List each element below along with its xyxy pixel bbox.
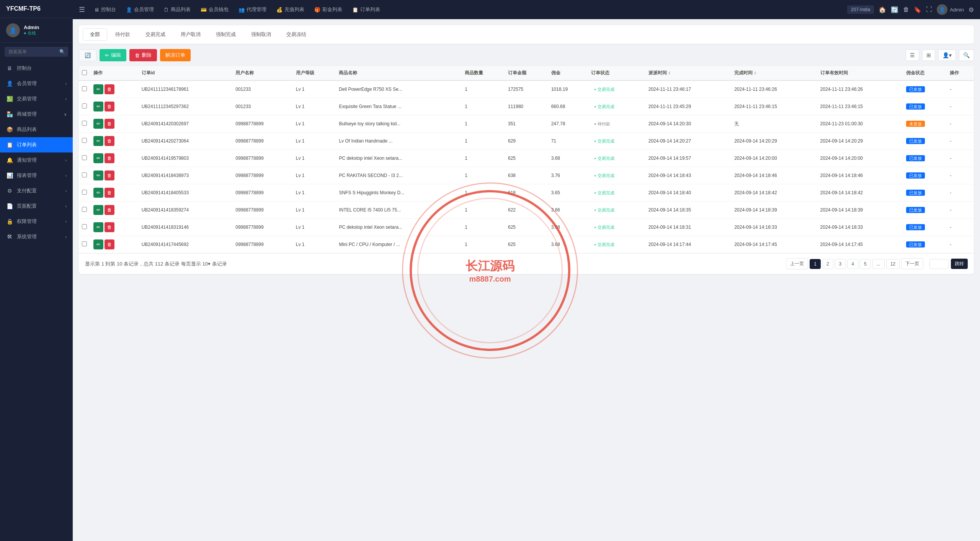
grid-view-button[interactable]: ⊞ [922,49,935,61]
hamburger-icon[interactable]: ☰ [79,5,85,14]
sidebar-item-products[interactable]: 📦商品列表 [0,122,73,137]
settings-icon[interactable]: ⚙ [969,6,974,13]
product-cell: SNFS S Hipuggints Monkey D... [336,184,462,202]
row-edit-button[interactable]: ✏ [93,102,103,111]
commission-status-badge: 已发放 [906,138,925,144]
row-checkbox[interactable] [82,121,87,126]
row-edit-button[interactable]: ✏ [93,153,103,163]
row-delete-button[interactable]: 🗑 [105,84,114,94]
row-edit-button[interactable]: ✏ [93,170,103,180]
row-checkbox[interactable] [82,172,87,177]
topbar-nav-bonus[interactable]: 🎁彩金列表 [310,4,347,15]
row-checkbox[interactable] [82,103,87,108]
row-delete-button[interactable]: 🗑 [105,222,114,232]
user-name: Admin [24,25,39,30]
search-input[interactable] [5,47,68,57]
tab-all[interactable]: 全部 [83,28,107,41]
row-checkbox[interactable] [82,241,87,246]
row-edit-button[interactable]: ✏ [93,222,103,232]
row-checkbox[interactable] [82,86,87,91]
sidebar-item-notifications[interactable]: 🔔通知管理 › [0,152,73,168]
next-page-button[interactable]: 下一页 [901,258,923,269]
row-edit-button[interactable]: ✏ [93,84,103,94]
sidebar-item-reports[interactable]: 📊报表管理 › [0,168,73,183]
row-delete-button[interactable]: 🗑 [105,102,114,111]
row-checkbox[interactable] [82,190,87,195]
row-checkbox[interactable] [82,138,87,143]
topbar-nav-wallet[interactable]: 💳会员钱包 [196,4,233,15]
admin-menu[interactable]: 👤 Admin [937,4,964,15]
topbar-nav-members[interactable]: 👤会员管理 [121,4,158,15]
page-4-button[interactable]: 4 [847,259,858,269]
row-checkbox[interactable] [82,155,87,160]
page-3-button[interactable]: 3 [835,259,846,269]
column-settings-button[interactable]: 👤▾ [938,49,956,61]
sidebar-item-permissions[interactable]: 🔒权限管理 › [0,214,73,229]
edit-button[interactable]: ✏ 编辑 [100,49,126,61]
table-view-button[interactable]: ☰ [906,49,919,61]
row-delete-button[interactable]: 🗑 [105,205,114,215]
tab-user-cancel[interactable]: 用户取消 [173,28,208,41]
row-checkbox[interactable] [82,224,87,229]
bookmark-icon[interactable]: 🔖 [914,6,921,13]
row-edit-button[interactable]: ✏ [93,239,103,249]
topbar-nav-orders[interactable]: 📋订单列表 [348,4,385,15]
row-delete-button[interactable]: 🗑 [105,239,114,249]
sidebar-item-orders[interactable]: 📋订单列表 [0,137,73,152]
valid-time-cell: 2024-11-23 01:00:30 [817,115,903,133]
row-delete-button[interactable]: 🗑 [105,136,114,146]
ops-cell: - [947,236,974,253]
topbar-nav-products[interactable]: 🗒商品列表 [159,4,195,15]
topbar-nav-recharge[interactable]: 💰充值列表 [272,4,309,15]
page-jump-input[interactable] [929,259,949,269]
tab-frozen[interactable]: 交易冻结 [279,28,314,41]
sidebar-item-dashboard[interactable]: 🖥控制台 [0,61,73,76]
fullscreen-icon[interactable]: ⛶ [926,6,932,13]
qty-cell: 1 [462,202,505,219]
sidebar-item-members[interactable]: 👤会员管理 › [0,76,73,91]
tab-pending[interactable]: 待付款 [108,28,137,41]
sidebar-item-payment[interactable]: ⚙支付配置 › [0,183,73,198]
status-badge: 待付款 [591,120,613,128]
tab-force-complete[interactable]: 强制完成 [209,28,243,41]
row-checkbox[interactable] [82,207,87,212]
refresh-button[interactable]: 🔄 [79,49,96,61]
tab-completed[interactable]: 交易完成 [138,28,173,41]
row-edit-button[interactable]: ✏ [93,188,103,198]
trash-icon[interactable]: 🗑 [903,6,909,13]
chevron-right-icon: › [65,174,67,178]
sidebar-item-transactions[interactable]: 💹交易管理 › [0,91,73,107]
agents-nav-icon: 👥 [238,7,245,13]
row-delete-button[interactable]: 🗑 [105,119,114,129]
page-2-button[interactable]: 2 [822,259,833,269]
cancel-order-button[interactable]: 解冻订单 [160,49,191,61]
row-delete-button[interactable]: 🗑 [105,170,114,180]
row-edit-button[interactable]: ✏ [93,205,103,215]
sidebar-item-system[interactable]: 🛠系统管理 › [0,229,73,244]
delete-button[interactable]: 🗑 删除 [129,49,157,61]
status-cell: 交易完成 [588,219,645,236]
page-jump-button[interactable]: 跳转 [951,259,968,269]
table-search-button[interactable]: 🔍 [959,49,974,61]
sidebar-item-shop[interactable]: 🏪商城管理 ∨ [0,107,73,122]
valid-time-cell: 2024-09-14 14:17:45 [817,236,903,253]
home-icon[interactable]: 🏠 [879,6,886,13]
row-delete-button[interactable]: 🗑 [105,153,114,163]
row-edit-button[interactable]: ✏ [93,119,103,129]
level-cell: Lv 1 [293,115,336,133]
commission-status-cell: 已发放 [903,80,947,98]
sidebar-item-page-config[interactable]: 📄页面配置 › [0,198,73,214]
topbar-nav-agents[interactable]: 👥代理管理 [234,4,271,15]
page-12-button[interactable]: 12 [886,259,900,269]
page-5-button[interactable]: 5 [860,259,871,269]
topbar-nav-dashboard[interactable]: 🖥控制台 [90,4,121,15]
row-edit-button[interactable]: ✏ [93,136,103,146]
row-delete-button[interactable]: 🗑 [105,188,114,198]
prev-page-button[interactable]: 上一页 [786,258,808,269]
refresh-icon[interactable]: 🔄 [891,6,898,13]
tab-force-cancel[interactable]: 强制取消 [244,28,278,41]
topbar-right: 207-India 🏠 🔄 🗑 🔖 ⛶ 👤 Admin ⚙ [847,4,974,15]
page-1-button[interactable]: 1 [810,259,821,269]
topbar-nav: 🖥控制台 👤会员管理 🗒商品列表 💳会员钱包 👥代理管理 💰充值列表 🎁彩金列表… [90,4,846,15]
select-all-checkbox[interactable] [82,70,87,75]
